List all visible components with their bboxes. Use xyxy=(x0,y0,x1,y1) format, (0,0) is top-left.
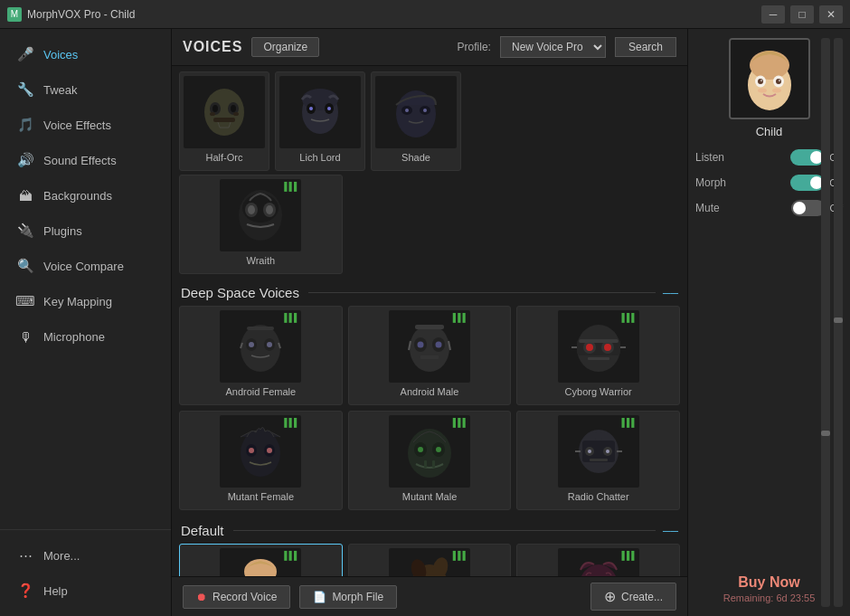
volume-slider-2[interactable] xyxy=(834,38,843,607)
voice-image-android-male: ▌▌▌ xyxy=(389,310,470,383)
profile-select[interactable]: New Voice Pro xyxy=(500,36,606,58)
sidebar-item-voice-compare[interactable]: 🔍 Voice Compare xyxy=(4,249,167,283)
section-title-default: Default xyxy=(181,523,224,538)
voice-image-android-female: ▌▌▌ xyxy=(220,310,301,383)
sidebar-item-backgrounds[interactable]: 🏔 Backgrounds xyxy=(4,178,167,213)
main-content: VOICES Organize Profile: New Voice Pro S… xyxy=(172,29,687,616)
mute-toggle[interactable] xyxy=(791,200,826,216)
close-button[interactable]: ✕ xyxy=(819,5,843,24)
sidebar-label-sound-effects: Sound Effects xyxy=(43,154,117,167)
section-header-default: Default ── xyxy=(179,516,680,544)
svg-point-1 xyxy=(204,89,244,136)
create-button[interactable]: ⊕ Create... xyxy=(590,583,676,611)
sidebar-item-tweak[interactable]: 🔧 Tweak xyxy=(4,72,167,107)
search-button[interactable]: Search xyxy=(615,37,676,57)
svg-point-120 xyxy=(778,80,779,81)
sidebar-item-sound-effects[interactable]: 🔊 Sound Effects xyxy=(4,143,167,177)
voice-name-radio-chatter: Radio Chatter xyxy=(566,491,631,502)
voice-card-hell-demon[interactable]: ▌▌▌ xyxy=(516,544,680,576)
android-male-face xyxy=(393,314,466,379)
svg-rect-40 xyxy=(415,325,444,329)
voice-card-wraith[interactable]: ▌▌▌ Wraith xyxy=(179,175,343,274)
buy-now-button[interactable]: Buy Now xyxy=(688,574,850,591)
deep-space-voice-grid: ▌▌▌ xyxy=(179,306,680,516)
voices-icon: 🎤 xyxy=(16,45,34,63)
sidebar-label-key-mapping: Key Mapping xyxy=(43,295,112,308)
voice-card-child[interactable]: ▌▌▌ xyxy=(179,544,343,576)
voice-image-half-orc xyxy=(184,76,265,148)
sidebar-item-voice-effects[interactable]: 🎵 Voice Effects xyxy=(4,108,167,142)
voice-card-radio-chatter[interactable]: ▌▌▌ xyxy=(516,411,680,510)
sidebar-item-help[interactable]: ❓ Help xyxy=(4,573,167,608)
default-voice-grid: ▌▌▌ xyxy=(179,544,680,576)
voices-scroll[interactable]: Half-Orc xyxy=(172,66,687,576)
svg-point-15 xyxy=(327,107,331,110)
sidebar-item-more[interactable]: ⋯ More... xyxy=(4,538,167,573)
svg-rect-83 xyxy=(595,431,602,441)
volume-sliders xyxy=(821,38,843,607)
svg-rect-72 xyxy=(432,460,435,468)
voice-preview-name: Child xyxy=(756,125,783,138)
maximize-button[interactable]: □ xyxy=(790,5,814,24)
buy-now-remaining: Remaining: 6d 23:55 xyxy=(688,592,850,603)
sidebar-nav: 🎤 Voices 🔧 Tweak 🎵 Voice Effects 🔊 Sound… xyxy=(0,29,171,529)
voice-effects-icon: 🎵 xyxy=(16,116,34,134)
create-label: Create... xyxy=(621,591,663,603)
listen-toggle[interactable] xyxy=(790,149,825,166)
sound-effects-icon: 🔊 xyxy=(16,151,34,169)
signal-icon-child: ▌▌▌ xyxy=(284,551,298,560)
sidebar-label-help: Help xyxy=(43,584,68,598)
organize-button[interactable]: Organize xyxy=(251,37,319,57)
sidebar-item-voices[interactable]: 🎤 Voices xyxy=(4,37,167,71)
title-bar-controls: ─ □ ✕ xyxy=(761,5,843,24)
section-header-deep-space: Deep Space Voices ── xyxy=(179,278,680,306)
volume-slider-1[interactable] xyxy=(821,38,830,607)
morph-file-label: Morph File xyxy=(332,591,383,603)
record-voice-label: Record Voice xyxy=(212,591,277,603)
svg-point-21 xyxy=(423,109,427,112)
buy-now: Buy Now Remaining: 6d 23:55 xyxy=(688,574,850,603)
minimize-button[interactable]: ─ xyxy=(761,5,785,24)
section-toggle-default[interactable]: ── xyxy=(663,525,678,537)
app-body: 🎤 Voices 🔧 Tweak 🎵 Voice Effects 🔊 Sound… xyxy=(0,29,850,616)
voice-card-android-female[interactable]: ▌▌▌ xyxy=(179,306,343,405)
sidebar-item-key-mapping[interactable]: ⌨ Key Mapping xyxy=(4,284,167,318)
voice-card-mutant-male[interactable]: ▌▌▌ xyxy=(348,411,512,510)
half-orc-face xyxy=(188,80,260,145)
voice-card-dog-translator[interactable]: ▌▌▌ xyxy=(348,544,512,576)
svg-point-64 xyxy=(267,448,272,453)
record-voice-button[interactable]: ⏺ Record Voice xyxy=(183,585,290,609)
signal-icon-dog-translator: ▌▌▌ xyxy=(453,551,468,560)
voice-card-mutant-female[interactable]: ▌▌▌ Mutant Female xyxy=(179,411,343,510)
sidebar-label-voice-compare: Voice Compare xyxy=(43,260,124,273)
svg-point-4 xyxy=(212,105,218,112)
listen-label: Listen xyxy=(695,151,724,164)
voice-card-lich-lord[interactable]: Lich Lord xyxy=(275,71,365,171)
create-icon: ⊕ xyxy=(604,588,616,605)
signal-icon-android-male: ▌▌▌ xyxy=(453,313,468,322)
right-panel: Child Listen On Morph On Mute xyxy=(687,29,850,616)
svg-point-35 xyxy=(267,342,272,347)
morph-file-button[interactable]: 📄 Morph File xyxy=(299,585,397,609)
sidebar-item-plugins[interactable]: 🔌 Plugins xyxy=(4,213,167,248)
signal-icon-cyborg-warrior: ▌▌▌ xyxy=(622,313,637,322)
voice-card-cyborg-warrior[interactable]: ▌▌▌ xyxy=(516,306,680,405)
voice-name-shade: Shade xyxy=(400,152,432,163)
sidebar-label-backgrounds: Backgrounds xyxy=(43,189,112,203)
svg-rect-80 xyxy=(590,459,608,461)
voice-image-mutant-female: ▌▌▌ xyxy=(220,415,301,488)
voice-image-dog-translator: ▌▌▌ xyxy=(389,548,470,576)
voice-name-half-orc: Half-Orc xyxy=(204,152,245,163)
sidebar-item-microphone[interactable]: 🎙 Microphone xyxy=(4,319,167,354)
svg-rect-56 xyxy=(588,357,609,360)
svg-point-121 xyxy=(758,89,767,93)
microphone-icon: 🎙 xyxy=(16,327,34,346)
svg-rect-31 xyxy=(247,327,274,330)
svg-point-70 xyxy=(436,447,441,452)
svg-point-43 xyxy=(417,342,423,348)
voice-card-half-orc[interactable]: Half-Orc xyxy=(179,71,269,171)
voice-card-shade[interactable]: Shade xyxy=(371,71,461,171)
voice-card-android-male[interactable]: ▌▌▌ xyxy=(348,306,512,405)
morph-toggle[interactable] xyxy=(790,175,825,191)
section-toggle-deep-space[interactable]: ── xyxy=(663,287,678,299)
